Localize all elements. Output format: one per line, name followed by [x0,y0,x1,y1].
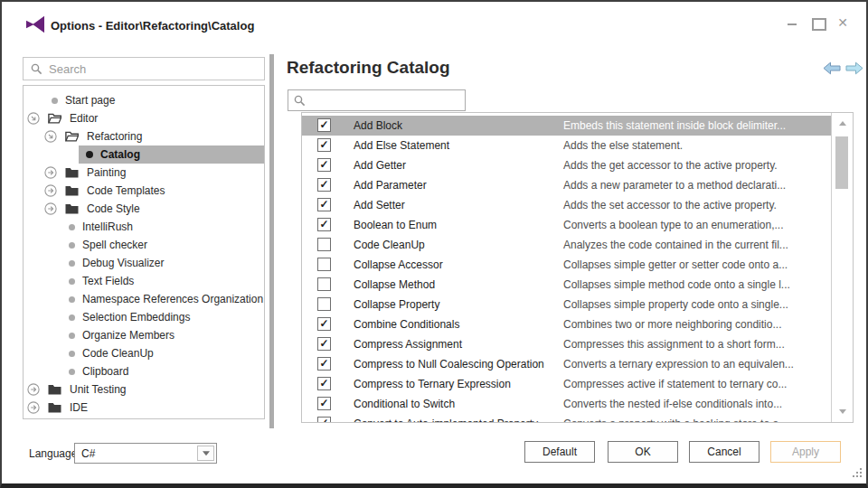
row-checkbox[interactable]: ✓ [317,218,331,231]
tree-item-spell-checker[interactable]: Spell checker [24,236,264,254]
tree-item-label: Painting [87,166,126,179]
sidebar-search-box [23,57,265,80]
catalog-row-add-setter[interactable]: ✓Add SetterAdds the set accessor to the … [302,195,831,215]
tree-item-organize-members[interactable]: Organize Members [24,326,264,344]
tree-item-code-cleanup[interactable]: Code CleanUp [24,344,264,362]
close-button[interactable]: ✕ [835,15,850,30]
bullet-icon [69,278,75,285]
bullet-icon [69,224,75,230]
tree-item-label: Code Style [87,202,140,215]
row-checkbox[interactable]: ✓ [317,198,331,211]
forward-arrow-icon[interactable] [845,61,863,75]
refactoring-description: Adds a new parameter to a method declara… [563,179,827,192]
row-checkbox[interactable] [317,238,331,251]
tree-item-selection-embeddings[interactable]: Selection Embeddings [24,308,264,326]
catalog-row-add-getter[interactable]: ✓Add GetterAdds the get accessor to the … [302,155,831,175]
refactoring-name: Add Getter [354,159,406,172]
chevron-collapsed-icon[interactable] [44,184,57,197]
catalog-row-collapse-method[interactable]: Collapse MethodCollapses simple method c… [302,275,831,295]
dropdown-arrow-icon[interactable] [197,446,214,461]
chevron-collapsed-icon[interactable] [44,166,57,179]
folder-closed-icon [65,185,79,196]
tree-item-debug-visualizer[interactable]: Debug Visualizer [24,254,264,272]
row-checkbox[interactable] [317,258,331,271]
tree-item-clipboard[interactable]: Clipboard [24,362,264,380]
panel-splitter[interactable] [269,54,274,428]
row-checkbox[interactable]: ✓ [317,138,331,152]
refactoring-description: Collapses simple getter or setter code o… [563,258,827,271]
refactoring-description: Converts the nested if-else conditionals… [563,398,827,410]
options-tree: Start page Editor RefactoringCatalog Pai… [23,85,265,419]
tree-item-unit-testing[interactable]: Unit Testing [24,380,264,399]
catalog-row-compress-assignment[interactable]: ✓Compress AssignmentCompresses this assi… [302,334,831,354]
tree-item-ide[interactable]: IDE [24,399,264,417]
apply-button[interactable]: Apply [770,441,841,463]
catalog-row-code-cleanup[interactable]: Code CleanUpAnalyzes the code contained … [302,235,831,255]
tree-item-namespace-references-organization[interactable]: Namespace References Organization [24,290,264,308]
catalog-row-compress-to-null-coalescing-operation[interactable]: ✓Compress to Null Coalescing OperationCo… [302,354,831,374]
catalog-search-input[interactable] [310,91,462,109]
row-checkbox[interactable]: ✓ [317,417,331,422]
row-checkbox[interactable]: ✓ [317,357,331,371]
catalog-row-collapse-property[interactable]: Collapse PropertyCollapses simple proper… [302,295,831,314]
refactoring-description: Adds the set accessor to the active prop… [563,199,827,211]
catalog-row-add-else-statement[interactable]: ✓Add Else StatementAdds the else stateme… [302,136,831,155]
vertical-scrollbar[interactable] [831,113,853,422]
row-checkbox[interactable]: ✓ [317,317,331,331]
tree-item-catalog[interactable]: Catalog [24,145,264,164]
row-checkbox[interactable]: ✓ [317,397,331,410]
chevron-expanded-icon[interactable] [27,112,40,125]
refactoring-description: Converts a boolean type to an enumeratio… [563,219,827,231]
row-checkbox[interactable]: ✓ [317,377,331,390]
options-dialog: Options - Editor\Refactoring\Catalog ✕ S… [0,0,868,488]
refactoring-name: Convert to Auto-implemented Property [354,418,538,422]
chevron-collapsed-icon[interactable] [27,383,40,396]
cancel-button[interactable]: Cancel [689,441,760,463]
catalog-row-add-parameter[interactable]: ✓Add ParameterAdds a new parameter to a … [302,175,831,195]
maximize-button[interactable] [810,15,825,30]
minimize-button[interactable] [785,15,799,30]
catalog-row-combine-conditionals[interactable]: ✓Combine ConditionalsCombines two or mor… [302,314,831,334]
tree-item-refactoring[interactable]: Refactoring [24,127,264,145]
catalog-row-boolean-to-enum[interactable]: ✓Boolean to EnumConverts a boolean type … [302,215,831,235]
tree-item-start-page[interactable]: Start page [24,91,264,109]
tree-item-intellirush[interactable]: IntelliRush [24,218,264,236]
tree-item-code-style[interactable]: Code Style [24,200,264,218]
scroll-down-icon[interactable] [839,409,846,414]
tree-item-label: Namespace References Organization [82,293,263,305]
chevron-collapsed-icon[interactable] [44,202,57,215]
ok-button[interactable]: OK [608,441,678,463]
catalog-row-add-block[interactable]: ✓Add BlockEmbeds this statement inside b… [302,116,831,136]
tree-item-editor[interactable]: Editor [24,109,264,127]
catalog-row-compress-to-ternary-expression[interactable]: ✓Compress to Ternary ExpressionCompresse… [302,374,831,394]
refactoring-description: Combines two or more neighboring conditi… [563,318,827,331]
tree-item-text-fields[interactable]: Text Fields [24,272,264,290]
tree-item-label: Debug Visualizer [82,257,165,269]
window-title: Options - Editor\Refactoring\Catalog [51,19,254,33]
back-arrow-icon[interactable] [823,61,841,75]
resize-grip-icon[interactable] [860,475,862,477]
chevron-collapsed-icon[interactable] [27,401,40,414]
sidebar-search-input[interactable] [49,59,259,79]
bullet-icon [86,151,93,158]
refactoring-description: Converts a ternary expression to an equi… [563,358,827,371]
row-checkbox[interactable]: ✓ [317,158,331,172]
refactoring-name: Boolean to Enum [354,219,437,231]
catalog-row-conditional-to-switch[interactable]: ✓Conditional to SwitchConverts the neste… [302,394,831,414]
scroll-up-icon[interactable] [839,121,846,126]
chevron-expanded-icon[interactable] [44,130,57,143]
catalog-row-collapse-accessor[interactable]: Collapse AccessorCollapses simple getter… [302,255,831,275]
tree-item-label: Code CleanUp [82,347,154,360]
row-checkbox[interactable] [317,297,331,311]
row-checkbox[interactable]: ✓ [317,178,331,192]
row-checkbox[interactable] [317,277,331,291]
catalog-row-convert-to-auto-implemented-property[interactable]: ✓Convert to Auto-implemented PropertyCon… [302,414,831,422]
scrollbar-thumb[interactable] [835,136,848,189]
refactoring-description: Embeds this statement inside block delim… [563,119,827,132]
row-checkbox[interactable]: ✓ [317,118,331,132]
tree-item-painting[interactable]: Painting [24,164,264,182]
language-combobox[interactable]: C# [74,443,217,464]
row-checkbox[interactable]: ✓ [317,337,331,351]
default-button[interactable]: Default [524,441,595,463]
tree-item-code-templates[interactable]: Code Templates [24,182,264,200]
